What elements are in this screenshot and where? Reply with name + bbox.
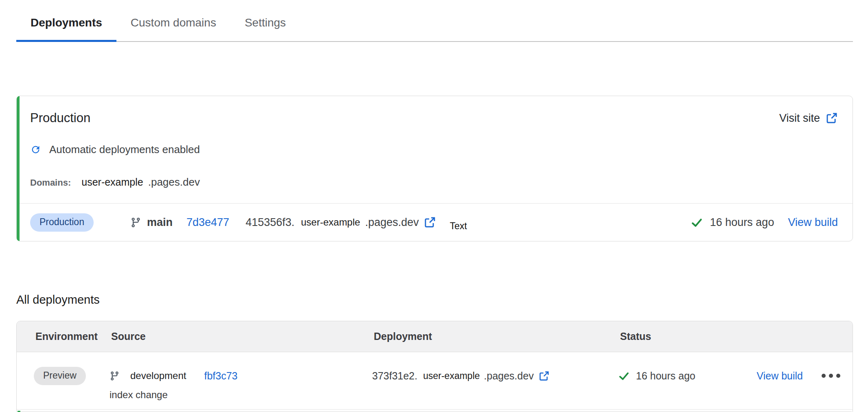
- deployment-id: 415356f3.: [245, 216, 294, 229]
- column-header-source: Source: [111, 331, 374, 342]
- deployment-note-text: Text: [450, 221, 467, 232]
- tab-settings[interactable]: Settings: [230, 11, 300, 42]
- tab-bar: Deployments Custom domains Settings: [16, 0, 853, 42]
- visit-site-link[interactable]: Visit site: [779, 112, 838, 125]
- column-header-environment: Environment: [35, 331, 111, 342]
- deployment-domain-subdomain: user-example: [423, 370, 480, 381]
- page-content: Deployments Custom domains Settings Prod…: [0, 0, 868, 412]
- more-actions-button[interactable]: [821, 371, 841, 380]
- tab-deployments[interactable]: Deployments: [16, 11, 116, 42]
- branch-name: main: [147, 216, 173, 229]
- deployment-cell: 373f31e2. user-example .pages.dev: [372, 367, 618, 401]
- domain-subdomain: user-example: [81, 176, 143, 188]
- git-branch-icon: [130, 217, 141, 228]
- check-icon: [691, 217, 703, 228]
- domains-label: Domains:: [30, 178, 71, 188]
- view-build-link[interactable]: View build: [756, 370, 803, 382]
- deployment-domain-suffix: .pages.dev: [365, 216, 419, 229]
- commit-link[interactable]: fbf3c73: [204, 370, 237, 382]
- visit-site-label: Visit site: [779, 112, 820, 125]
- column-header-deployment: Deployment: [374, 331, 620, 342]
- production-status-strip: [17, 96, 20, 241]
- external-link-icon[interactable]: [539, 370, 550, 381]
- next-row-peek: [17, 410, 853, 412]
- tab-custom-domains[interactable]: Custom domains: [116, 11, 230, 42]
- external-link-icon: [826, 112, 838, 124]
- commit-link[interactable]: 7d3e477: [186, 216, 229, 229]
- table-header-row: Environment Source Deployment Status: [17, 321, 853, 352]
- actions-cell: View build: [743, 367, 853, 385]
- deployment-domain-subdomain: user-example: [301, 217, 360, 228]
- deployment-time: 16 hours ago: [710, 216, 774, 229]
- external-link-icon[interactable]: [424, 216, 436, 228]
- view-build-link[interactable]: View build: [788, 216, 838, 229]
- deployment-id: 373f31e2.: [372, 370, 417, 382]
- environment-cell: Preview: [34, 367, 110, 401]
- status-cell: 16 hours ago: [618, 367, 743, 385]
- all-deployments-heading: All deployments: [16, 293, 853, 307]
- commit-message: index change: [110, 389, 372, 401]
- deployment-domain-suffix: .pages.dev: [484, 370, 534, 382]
- branch-name: development: [130, 370, 186, 381]
- column-header-status: Status: [620, 331, 853, 342]
- environment-badge: Preview: [34, 367, 86, 385]
- auto-deployments-text: Automatic deployments enabled: [49, 143, 200, 156]
- production-card-title: Production: [30, 111, 90, 125]
- production-deployment-row: Production main 7d3e477 415356f3. user-e…: [30, 204, 838, 241]
- refresh-icon: [30, 144, 41, 155]
- table-row: Preview development fbf3c73 index change…: [17, 352, 853, 410]
- source-cell: development fbf3c73 index change: [110, 367, 372, 401]
- git-branch-icon: [110, 371, 120, 381]
- production-card: Production Visit site: [16, 96, 853, 241]
- environment-badge: Production: [30, 213, 94, 232]
- deployments-table: Environment Source Deployment Status Pre…: [16, 321, 853, 412]
- deployment-time: 16 hours ago: [636, 370, 695, 382]
- domain-suffix: .pages.dev: [148, 176, 200, 188]
- check-icon: [618, 370, 629, 381]
